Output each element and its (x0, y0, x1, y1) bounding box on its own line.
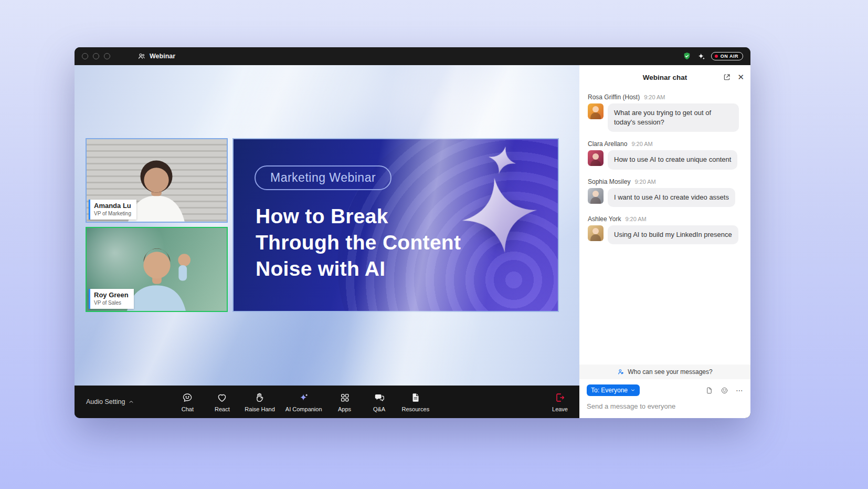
webinar-stage: Amanda Lu VP of Marketing (75, 65, 579, 386)
qa-icon (374, 391, 385, 404)
audio-setting-button[interactable]: Audio Setting (86, 398, 134, 405)
titlebar-status-icons: ON AIR (682, 51, 743, 61)
message-sender: Sophia Mosiley (588, 178, 630, 185)
close-icon[interactable]: ✕ (737, 72, 744, 82)
raise-hand-icon (254, 391, 266, 404)
message-bubble: Using AI to build my LinkedIn presence (608, 225, 738, 244)
more-options-icon[interactable]: ⋯ (736, 386, 743, 394)
ai-companion-button[interactable]: AI Companion (285, 391, 322, 412)
emoji-icon[interactable] (721, 387, 728, 394)
heart-icon (216, 391, 228, 404)
avatar (588, 188, 604, 204)
chat-message: Rosa Griffin (Host) 9:20 AM What are you… (588, 93, 742, 132)
avatar (588, 150, 604, 166)
window-minimize-button[interactable] (93, 53, 99, 59)
speaker-name: Roy Green (94, 291, 129, 299)
meeting-toolbar: Audio Setting Ch (75, 386, 579, 418)
message-time: 9:20 AM (644, 94, 665, 100)
popout-icon[interactable] (723, 73, 731, 81)
apps-button[interactable]: Apps (333, 391, 357, 412)
recipient-selector-label: To: Everyone (591, 387, 628, 394)
video-tile-amanda[interactable]: Amanda Lu VP of Marketing (86, 138, 228, 223)
message-input[interactable] (587, 402, 743, 410)
chat-message: Ashlee York 9:20 AM Using AI to build my… (588, 215, 742, 244)
window-controls (82, 53, 110, 59)
chat-message: Sophia Mosiley 9:20 AM I want to use AI … (588, 178, 742, 207)
ai-sparkle-icon[interactable] (697, 52, 706, 61)
resources-button-label: Resources (402, 406, 430, 412)
sparkle-shape-large (455, 171, 544, 259)
on-air-badge: ON AIR (711, 52, 743, 60)
ai-companion-icon (298, 391, 310, 404)
leave-button-label: Leave (552, 406, 568, 412)
chat-icon (182, 391, 193, 404)
avatar (588, 225, 604, 241)
window-close-button[interactable] (82, 53, 88, 59)
video-tile-roy[interactable]: Roy Green VP of Sales (86, 227, 228, 312)
privacy-notice[interactable]: Who can see your messages? (579, 365, 750, 379)
resources-icon (410, 391, 421, 404)
chat-button-label: Chat (182, 406, 194, 412)
security-shield-icon[interactable] (682, 51, 692, 61)
message-sender: Rosa Griffin (Host) (588, 93, 640, 101)
message-time: 9:20 AM (634, 179, 655, 185)
name-tag-roy: Roy Green VP of Sales (89, 289, 134, 309)
chevron-down-icon (630, 388, 636, 393)
speaker-name: Amanda Lu (94, 202, 131, 210)
audio-setting-label: Audio Setting (86, 398, 125, 405)
message-sender: Clara Arellano (588, 140, 627, 148)
message-bubble: What are you trying to get out of today'… (608, 103, 739, 132)
qa-button-label: Q&A (373, 406, 385, 412)
message-bubble: How to use AI to create unique content (608, 150, 737, 169)
apps-icon (339, 391, 351, 404)
chat-header: Webinar chat ✕ (579, 65, 750, 89)
chat-panel-title: Webinar chat (643, 74, 687, 81)
message-time: 9:20 AM (631, 141, 652, 147)
name-tag-amanda: Amanda Lu VP of Marketing (89, 200, 136, 220)
resources-button[interactable]: Resources (402, 391, 430, 412)
chat-message: Clara Arellano 9:20 AM How to use AI to … (588, 140, 742, 169)
avatar (588, 103, 604, 119)
privacy-person-icon (617, 368, 624, 376)
window-zoom-button[interactable] (104, 53, 110, 59)
chevron-up-icon (128, 399, 134, 405)
raise-hand-button-label: Raise Hand (245, 406, 274, 412)
leave-icon (554, 391, 566, 404)
slide-badge: Marketing Webinar (255, 165, 391, 190)
sparkle-shape-small (484, 142, 520, 178)
speaker-role: VP of Marketing (94, 210, 131, 217)
recipient-selector[interactable]: To: Everyone (587, 384, 640, 396)
leave-button[interactable]: Leave (552, 391, 568, 412)
chat-button[interactable]: Chat (175, 391, 199, 412)
privacy-notice-text: Who can see your messages? (628, 368, 712, 376)
on-air-dot (715, 55, 718, 58)
attach-file-icon[interactable] (705, 387, 713, 394)
chat-compose-area: To: Everyone (579, 379, 750, 418)
on-air-label: ON AIR (721, 54, 738, 59)
message-sender: Ashlee York (588, 215, 621, 223)
chat-message-list[interactable]: Rosa Griffin (Host) 9:20 AM What are you… (579, 89, 750, 365)
webinar-window: Webinar ON AIR (75, 47, 750, 418)
message-bubble: I want to use AI to create video assets (608, 188, 735, 207)
qa-button[interactable]: Q&A (367, 391, 391, 412)
message-time: 9:20 AM (625, 216, 646, 222)
react-button[interactable]: React (210, 391, 234, 412)
raise-hand-button[interactable]: Raise Hand (245, 391, 274, 412)
window-title: Webinar (150, 53, 175, 60)
shared-slide: Marketing Webinar How to Break Through t… (232, 138, 559, 312)
slide-title: How to Break Through the Content Noise w… (256, 203, 461, 282)
window-titlebar: Webinar ON AIR (75, 47, 750, 65)
apps-button-label: Apps (338, 406, 351, 412)
react-button-label: React (215, 406, 230, 412)
ai-companion-button-label: AI Companion (285, 406, 322, 412)
window-title-group: Webinar (137, 52, 175, 60)
toolbar-button-group: Chat React (175, 391, 429, 412)
speaker-role: VP of Sales (94, 299, 129, 306)
webinar-chat-panel: Webinar chat ✕ Rosa Griffin (Host) (579, 65, 750, 418)
participants-icon (137, 52, 146, 60)
